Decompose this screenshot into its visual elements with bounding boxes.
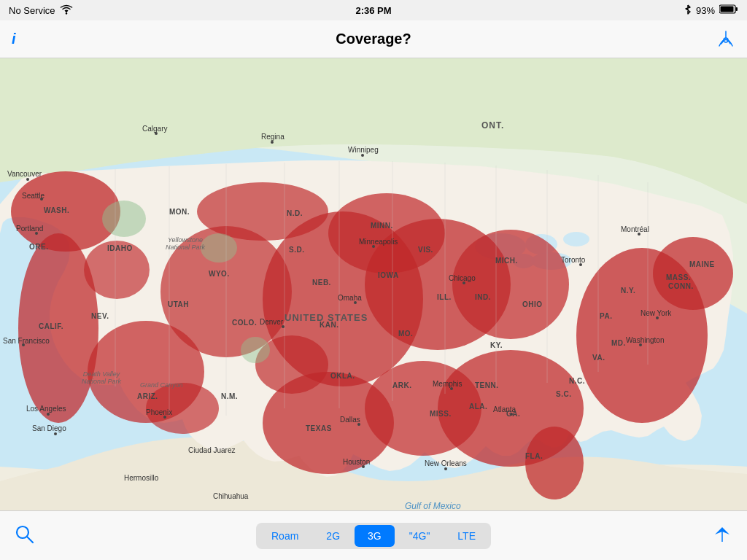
svg-point-65: [638, 233, 640, 236]
svg-point-26: [197, 182, 328, 241]
segment-lte[interactable]: LTE: [444, 525, 489, 547]
status-left: No Service: [9, 4, 73, 17]
coverage-segment-control: Roam 2G 3G "4G" LTE: [256, 523, 491, 549]
battery-icon: [719, 4, 738, 16]
svg-point-18: [452, 230, 569, 339]
svg-point-50: [22, 343, 25, 346]
svg-line-69: [27, 537, 33, 542]
svg-point-27: [84, 241, 150, 299]
segment-3g[interactable]: 3G: [355, 525, 395, 547]
svg-rect-3: [721, 7, 734, 12]
antenna-button[interactable]: [716, 28, 735, 50]
svg-point-56: [462, 281, 465, 284]
bottom-bar: Roam 2G 3G "4G" LTE: [0, 510, 747, 560]
svg-point-55: [282, 325, 285, 328]
bluetooth-icon: [684, 4, 692, 18]
status-time: 2:36 PM: [355, 5, 391, 16]
svg-point-49: [35, 232, 38, 235]
info-button[interactable]: i: [12, 31, 16, 47]
svg-point-28: [146, 383, 219, 434]
svg-point-53: [372, 245, 375, 248]
svg-point-23: [525, 427, 584, 499]
status-right: 93%: [684, 4, 738, 18]
svg-point-60: [444, 467, 447, 470]
svg-point-44: [155, 132, 158, 135]
svg-point-9: [563, 232, 589, 246]
no-service-label: No Service: [9, 5, 55, 16]
svg-point-58: [357, 423, 360, 426]
battery-percent: 93%: [696, 5, 715, 16]
page-title: Coverage?: [336, 31, 411, 47]
nav-bar: i Coverage?: [0, 20, 747, 58]
svg-point-22: [365, 361, 481, 456]
svg-rect-2: [736, 7, 738, 11]
svg-point-48: [40, 198, 43, 201]
map-container[interactable]: Calgary Regina Winnipeg Vancouver Seattl…: [0, 58, 747, 510]
svg-point-31: [201, 233, 237, 262]
svg-point-30: [102, 201, 146, 237]
svg-point-59: [362, 465, 365, 468]
svg-point-52: [54, 432, 57, 435]
svg-point-0: [65, 12, 66, 14]
svg-point-32: [241, 337, 270, 363]
segment-4g[interactable]: "4G": [396, 525, 444, 547]
svg-point-54: [354, 301, 357, 304]
svg-point-45: [271, 141, 274, 144]
segment-2g[interactable]: 2G: [313, 525, 353, 547]
wifi-icon: [60, 4, 73, 17]
search-button[interactable]: [15, 524, 35, 548]
location-button[interactable]: [712, 524, 732, 548]
svg-point-57: [450, 387, 453, 390]
svg-point-61: [510, 413, 513, 416]
svg-point-24: [653, 237, 733, 310]
svg-point-63: [656, 316, 659, 319]
svg-point-66: [163, 416, 166, 419]
svg-point-47: [26, 178, 29, 181]
svg-point-64: [579, 263, 582, 266]
segment-roam[interactable]: Roam: [258, 525, 311, 547]
svg-point-46: [361, 154, 364, 157]
svg-point-62: [639, 343, 642, 346]
status-bar: No Service 2:36 PM 93%: [0, 0, 747, 20]
svg-point-25: [328, 193, 445, 273]
svg-point-51: [47, 413, 50, 416]
